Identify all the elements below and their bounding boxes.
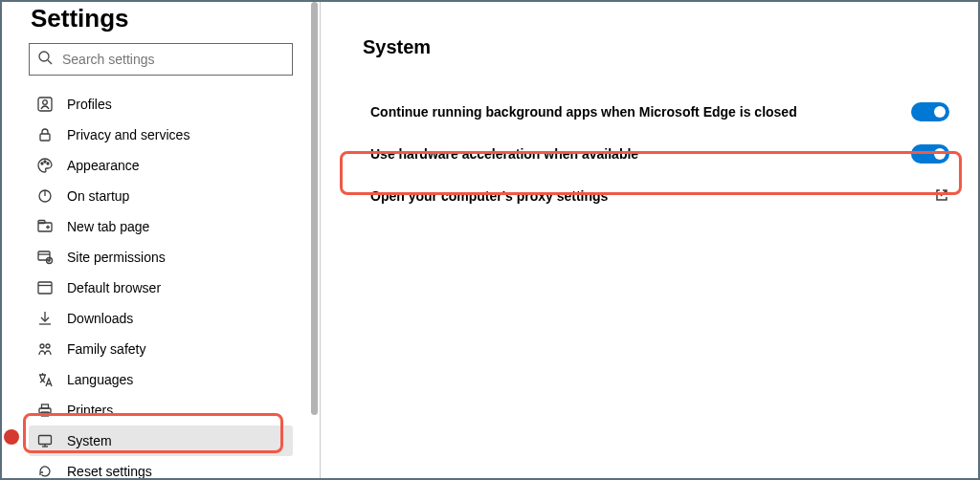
printer-icon (36, 402, 54, 419)
svg-rect-25 (42, 412, 49, 416)
profiles-icon (36, 96, 54, 113)
sidebar-item-label: Languages (67, 372, 133, 387)
sidebar-item-permissions[interactable]: Site permissions (29, 242, 293, 273)
svg-rect-24 (42, 404, 49, 408)
sidebar-item-label: System (67, 433, 112, 448)
download-icon (36, 310, 54, 327)
palette-icon (36, 157, 54, 174)
svg-rect-26 (39, 436, 52, 445)
annotation-dot (4, 429, 19, 445)
setting-proxy[interactable]: Open your computer's proxy settings (363, 175, 957, 217)
svg-rect-14 (38, 251, 50, 260)
sidebar-item-label: Profiles (67, 97, 112, 112)
svg-rect-4 (40, 134, 50, 141)
family-icon (36, 340, 54, 358)
power-icon (36, 187, 54, 205)
toggle-background-apps[interactable] (911, 102, 949, 121)
sidebar-item-default-browser[interactable]: Default browser (29, 273, 293, 303)
sidebar-item-label: Site permissions (67, 250, 166, 265)
sidebar-item-privacy[interactable]: Privacy and services (29, 120, 293, 150)
sidebar-item-system[interactable]: System (29, 425, 293, 456)
svg-point-7 (47, 163, 49, 164)
sidebar-item-downloads[interactable]: Downloads (29, 303, 293, 334)
main-content: System Continue running background apps … (321, 2, 978, 478)
sidebar-item-appearance[interactable]: Appearance (29, 150, 293, 181)
sidebar-item-family[interactable]: Family safety (29, 334, 293, 364)
sidebar-item-label: Printers (67, 403, 113, 418)
permissions-icon (36, 249, 54, 266)
section-title: System (363, 36, 957, 58)
setting-label: Continue running background apps when Mi… (370, 104, 797, 120)
sidebar-item-label: On startup (67, 188, 129, 204)
setting-background-apps: Continue running background apps when Mi… (363, 91, 957, 133)
svg-point-21 (40, 344, 44, 348)
sidebar-item-label: Appearance (67, 158, 140, 173)
sidebar-item-label: Downloads (67, 311, 133, 326)
external-link-icon (934, 187, 949, 206)
setting-label: Use hardware acceleration when available (370, 146, 638, 162)
setting-label: Open your computer's proxy settings (370, 188, 608, 204)
svg-point-5 (41, 163, 43, 164)
sidebar-item-reset[interactable]: Reset settings (29, 456, 293, 478)
search-icon (37, 50, 53, 69)
sidebar-item-label: Family safety (67, 341, 145, 357)
sidebar-item-label: Privacy and services (67, 127, 189, 142)
svg-rect-11 (38, 221, 45, 224)
sidebar-item-startup[interactable]: On startup (29, 181, 293, 211)
svg-point-0 (39, 52, 49, 61)
settings-sidebar: Settings Profiles Privacy and services A… (2, 2, 321, 478)
sidebar-item-printers[interactable]: Printers (29, 395, 293, 425)
system-icon (36, 432, 54, 449)
sidebar-item-newtab[interactable]: New tab page (29, 211, 293, 242)
lock-icon (36, 126, 54, 143)
svg-point-3 (43, 100, 48, 105)
sidebar-item-label: Reset settings (67, 464, 152, 478)
browser-icon (36, 279, 54, 296)
sidebar-item-profiles[interactable]: Profiles (29, 89, 293, 120)
svg-point-22 (46, 344, 50, 348)
toggle-hardware-accel[interactable] (911, 144, 949, 164)
svg-line-1 (48, 60, 52, 64)
setting-hardware-accel: Use hardware acceleration when available (363, 133, 957, 175)
sidebar-item-label: Default browser (67, 280, 161, 295)
sidebar-nav: Profiles Privacy and services Appearance… (29, 89, 293, 478)
language-icon (36, 371, 54, 388)
search-input-container[interactable] (29, 43, 293, 76)
reset-icon (36, 463, 54, 478)
tab-icon (36, 218, 54, 235)
sidebar-item-label: New tab page (67, 219, 149, 234)
search-input[interactable] (62, 52, 284, 67)
sidebar-item-languages[interactable]: Languages (29, 364, 293, 395)
svg-rect-17 (38, 282, 52, 294)
svg-point-6 (44, 161, 46, 163)
page-title: Settings (31, 4, 293, 33)
